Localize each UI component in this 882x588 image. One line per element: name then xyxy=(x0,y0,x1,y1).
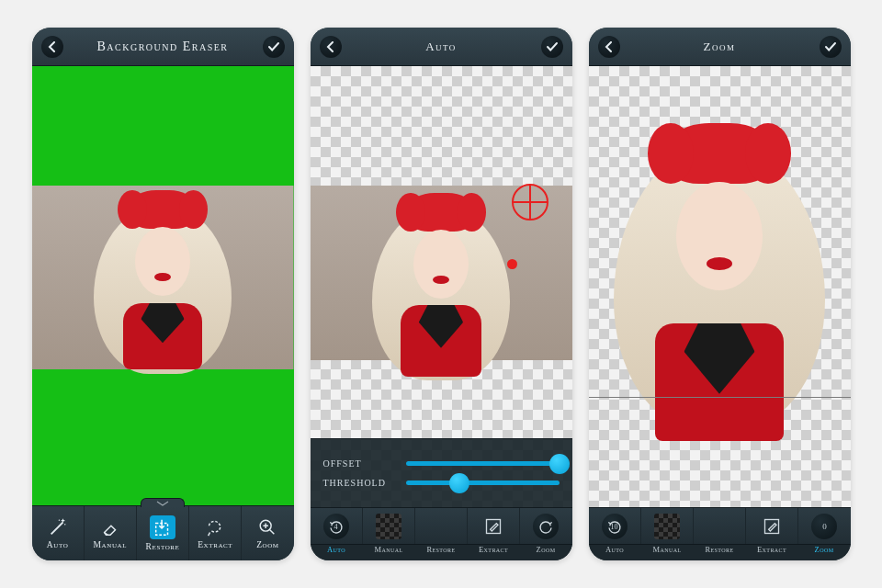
tool-extract[interactable]: Extract xyxy=(189,506,242,560)
spacer xyxy=(694,508,746,544)
mini-tool-auto[interactable]: Auto xyxy=(311,545,363,560)
back-button[interactable] xyxy=(598,36,620,58)
subject-lips xyxy=(154,273,171,281)
subject-face xyxy=(676,182,763,290)
image-canvas[interactable] xyxy=(32,66,294,505)
action-bar: 4 xyxy=(311,507,572,544)
tool-zoom[interactable]: Zoom xyxy=(242,506,293,560)
subject-face xyxy=(413,230,469,299)
threshold-slider[interactable]: THRESHOLD xyxy=(323,478,560,488)
redo-icon xyxy=(537,518,554,535)
background-preview-button[interactable] xyxy=(363,508,415,544)
subject-lips xyxy=(707,257,732,270)
brush-size-button[interactable]: 0 xyxy=(798,508,850,544)
slider-label: THRESHOLD xyxy=(323,478,397,488)
tool-label: Zoom xyxy=(256,540,279,549)
screen-zoom: Zoom 10 0 Auto Manual Resto xyxy=(589,28,851,560)
action-bar: 10 0 xyxy=(589,507,851,544)
mini-tool-manual[interactable]: Manual xyxy=(641,545,694,560)
confirm-button[interactable] xyxy=(541,36,563,58)
subject-face xyxy=(135,227,190,296)
magnifier-plus-icon xyxy=(257,517,277,537)
check-icon xyxy=(546,41,559,52)
tool-label: Manual xyxy=(94,540,128,549)
chevron-left-icon xyxy=(325,41,336,52)
subject-headband xyxy=(668,123,771,184)
redo-button[interactable] xyxy=(520,508,571,544)
confirm-button[interactable] xyxy=(820,36,842,58)
background-preview-button[interactable] xyxy=(641,508,694,544)
subject-headband xyxy=(409,193,473,232)
check-icon xyxy=(267,41,280,52)
offset-slider[interactable]: OFFSET xyxy=(323,458,560,469)
tool-restore[interactable]: Restore xyxy=(137,506,189,560)
edit-button[interactable] xyxy=(746,508,798,544)
top-bar: Background Eraser xyxy=(32,28,294,66)
subject-dress xyxy=(401,305,481,377)
tool-label: Restore xyxy=(146,542,180,551)
screen-background-eraser: Background Eraser Auto Manual xyxy=(32,28,294,560)
mini-tool-labels: Auto Manual Restore Extract Zoom xyxy=(589,544,851,560)
image-canvas[interactable] xyxy=(589,66,851,507)
mini-tool-extract[interactable]: Extract xyxy=(468,545,520,560)
screen-title: Auto xyxy=(342,40,541,54)
subject-dress xyxy=(123,303,202,369)
eraser-icon xyxy=(100,517,120,537)
tool-bar: Auto Manual Restore Extract Zoom xyxy=(32,505,294,560)
mini-tool-zoom[interactable]: Zoom xyxy=(520,545,572,560)
undo-button[interactable]: 10 xyxy=(589,508,641,544)
spacer xyxy=(415,508,468,544)
screen-title: Zoom xyxy=(620,40,820,54)
auto-sliders-panel: OFFSET THRESHOLD xyxy=(311,438,572,507)
brush-size-value: 0 xyxy=(811,514,837,539)
screen-auto: Auto OFFSET THRESHOLD xyxy=(311,28,572,560)
mini-tool-extract[interactable]: Extract xyxy=(746,545,798,560)
mini-tool-auto[interactable]: Auto xyxy=(589,545,641,560)
mini-tool-restore[interactable]: Restore xyxy=(694,545,746,560)
lasso-icon xyxy=(205,517,225,537)
tool-manual[interactable]: Manual xyxy=(85,506,137,560)
mini-tool-manual[interactable]: Manual xyxy=(363,545,415,560)
restore-icon xyxy=(150,515,175,539)
transparency-swatch-icon xyxy=(654,514,680,539)
edit-icon xyxy=(763,517,781,536)
subject-dress xyxy=(655,323,784,441)
back-button[interactable] xyxy=(320,36,342,58)
edit-button[interactable] xyxy=(468,508,520,544)
tool-label: Extract xyxy=(198,540,232,549)
slider-thumb[interactable] xyxy=(549,454,570,474)
collapse-handle[interactable] xyxy=(141,498,185,507)
undo-button[interactable]: 4 xyxy=(311,508,363,544)
image-edge-line xyxy=(589,397,851,398)
undo-count: 4 xyxy=(334,522,338,530)
chevron-left-icon xyxy=(47,41,58,52)
mini-tool-restore[interactable]: Restore xyxy=(415,545,468,560)
check-icon xyxy=(824,41,837,52)
back-button[interactable] xyxy=(41,36,63,58)
top-bar: Zoom xyxy=(589,28,851,66)
mini-tool-zoom[interactable]: Zoom xyxy=(798,545,851,560)
magic-wand-icon xyxy=(48,517,68,537)
confirm-button[interactable] xyxy=(263,36,285,58)
chevron-left-icon xyxy=(604,41,615,52)
subject-headband xyxy=(130,190,195,229)
slider-track[interactable] xyxy=(406,461,560,466)
crosshair-cursor-icon xyxy=(512,184,548,220)
screen-title: Background Eraser xyxy=(63,40,263,54)
slider-label: OFFSET xyxy=(323,458,397,469)
slider-track[interactable] xyxy=(406,481,560,485)
subject-lips xyxy=(433,276,449,284)
touch-point-icon xyxy=(507,259,517,269)
slider-thumb[interactable] xyxy=(449,473,469,493)
undo-count: 10 xyxy=(611,522,618,530)
image-canvas[interactable]: OFFSET THRESHOLD xyxy=(311,66,572,507)
chevron-down-icon xyxy=(156,501,169,506)
transparency-swatch-icon xyxy=(376,514,401,539)
tool-auto[interactable]: Auto xyxy=(32,506,85,560)
edit-icon xyxy=(484,517,503,536)
mini-tool-labels: Auto Manual Restore Extract Zoom xyxy=(311,544,572,560)
tool-label: Auto xyxy=(47,540,69,549)
top-bar: Auto xyxy=(311,28,572,66)
